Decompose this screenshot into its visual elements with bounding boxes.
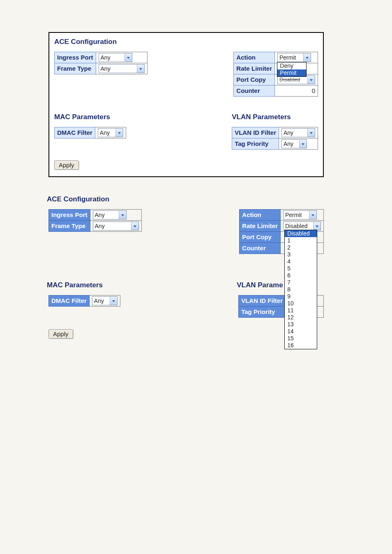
rate-limiter-option[interactable]: 14: [285, 328, 317, 335]
counter-label: Counter: [240, 243, 281, 254]
vlan-parameters-block: VLAN Parameters VLAN ID Filter Any Tag P…: [232, 111, 318, 150]
ace-config-panel-1: ACE Configuration Ingress Port Any: [48, 32, 324, 177]
mac-parameters-block: MAC Parameters DMAC Filter Any: [48, 279, 120, 318]
chevron-down-icon: [137, 65, 144, 73]
chevron-down-icon: [131, 222, 138, 230]
vlan-id-filter-label: VLAN ID Filter: [239, 295, 286, 307]
rate-limiter-option[interactable]: 10: [285, 300, 317, 307]
chevron-down-icon: [299, 140, 307, 148]
rate-limiter-select[interactable]: Disabled: [283, 222, 321, 231]
dmac-filter-label: DMAC Filter: [49, 295, 90, 307]
apply-button[interactable]: Apply: [48, 329, 73, 339]
mac-parameters-title: MAC Parameters: [47, 281, 120, 289]
tag-priority-label: Tag Priority: [239, 307, 286, 318]
rate-limiter-option[interactable]: 11: [285, 307, 317, 314]
port-copy-label: Port Copy: [234, 74, 275, 85]
frame-type-select[interactable]: Any: [99, 64, 145, 73]
dmac-filter-select[interactable]: Any: [98, 128, 123, 137]
apply-button[interactable]: Apply: [54, 160, 79, 170]
counter-label: Counter: [234, 85, 275, 97]
rate-limiter-option[interactable]: 15: [285, 335, 317, 342]
rate-limiter-option[interactable]: Disabled: [285, 230, 317, 237]
chevron-down-icon: [110, 297, 117, 305]
chevron-down-icon: [115, 129, 123, 137]
panel-title: ACE Configuration: [54, 38, 318, 46]
vlan-id-filter-label: VLAN ID Filter: [232, 127, 279, 138]
frame-type-label: Frame Type: [55, 63, 96, 74]
dmac-filter-select[interactable]: Any: [92, 296, 118, 305]
chevron-down-icon: [125, 53, 132, 62]
chevron-down-icon: [307, 76, 315, 84]
ingress-port-label: Ingress Port: [55, 52, 96, 63]
rate-limiter-option[interactable]: 3: [285, 251, 317, 258]
chevron-down-icon: [303, 53, 311, 62]
ingress-port-select[interactable]: Any: [93, 210, 127, 219]
action-table: Action Permit Rate Limiter X: [233, 52, 318, 97]
action-label: Action: [234, 52, 275, 63]
tag-priority-label: Tag Priority: [232, 138, 279, 150]
mac-parameters-title: MAC Parameters: [54, 113, 126, 121]
rate-limiter-label: Rate Limiter: [234, 63, 275, 74]
dmac-filter-label: DMAC Filter: [55, 127, 95, 138]
port-copy-label: Port Copy: [240, 232, 281, 243]
chevron-down-icon: [313, 222, 321, 230]
rate-limiter-option[interactable]: 9: [285, 293, 317, 300]
rate-limiter-label: Rate Limiter: [240, 221, 281, 232]
frame-type-select[interactable]: Any: [93, 222, 139, 231]
rate-limiter-option[interactable]: 16: [285, 342, 317, 349]
ingress-port-select[interactable]: Any: [99, 53, 132, 62]
rate-limiter-option[interactable]: 1: [285, 237, 317, 244]
panel-title: ACE Configuration: [47, 195, 324, 203]
rate-limiter-option[interactable]: 6: [285, 272, 317, 279]
rate-limiter-option[interactable]: 8: [285, 286, 317, 293]
rate-limiter-option[interactable]: 2: [285, 244, 317, 251]
frame-type-label: Frame Type: [49, 221, 90, 232]
ingress-port-label: Ingress Port: [49, 210, 90, 221]
ingress-frame-table: Ingress Port Any Frame Type Any: [54, 52, 148, 97]
rate-limiter-option[interactable]: 7: [285, 279, 317, 286]
chevron-down-icon: [307, 129, 315, 137]
ingress-frame-table: Ingress Port Any Frame Type Any: [48, 209, 142, 254]
vlan-parameters-title: VLAN Parameters: [232, 113, 318, 121]
chevron-down-icon: [119, 211, 126, 219]
action-label: Action: [240, 210, 281, 221]
action-select[interactable]: Permit: [277, 53, 311, 62]
action-option-deny[interactable]: Deny: [277, 62, 306, 69]
rate-limiter-option[interactable]: 4: [285, 258, 317, 265]
rate-limiter-option[interactable]: 5: [285, 265, 317, 272]
action-table: Action Permit Rate Limiter Disabl: [239, 209, 324, 254]
mac-parameters-block: MAC Parameters DMAC Filter Any: [54, 111, 126, 150]
counter-value: 0: [275, 85, 318, 97]
action-select[interactable]: Permit: [283, 210, 317, 219]
rate-limiter-option[interactable]: 12: [285, 314, 317, 321]
rate-limiter-option[interactable]: 13: [285, 321, 317, 328]
vlan-id-filter-select[interactable]: Any: [281, 128, 315, 137]
action-select-listbox[interactable]: Deny Permit: [277, 62, 307, 77]
rate-limiter-select-listbox[interactable]: Disabled12345678910111213141516: [284, 230, 317, 349]
ace-config-panel-2: ACE Configuration Ingress Port Any: [48, 195, 324, 339]
action-option-permit[interactable]: Permit: [277, 69, 306, 76]
tag-priority-select[interactable]: Any: [281, 139, 307, 148]
chevron-down-icon: [309, 211, 316, 219]
